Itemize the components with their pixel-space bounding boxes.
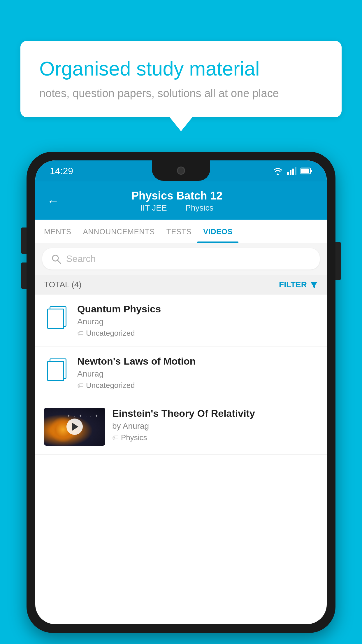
svg-rect-1	[290, 170, 291, 175]
filter-bar: TOTAL (4) FILTER	[35, 275, 327, 295]
bubble-title: Organised study material	[39, 57, 323, 81]
svg-rect-0	[287, 172, 289, 175]
search-icon	[51, 254, 61, 264]
tag-icon: 🏷	[77, 330, 84, 337]
tab-videos[interactable]: VIDEOS	[197, 220, 238, 243]
video-title: Quantum Physics	[77, 303, 318, 315]
tab-tests[interactable]: TESTS	[161, 220, 197, 243]
status-time: 14:29	[50, 166, 73, 176]
wifi-icon	[273, 167, 283, 175]
tabs-bar: MENTS ANNOUNCEMENTS TESTS VIDEOS	[35, 220, 327, 243]
svg-marker-9	[310, 282, 317, 288]
video-tag: 🏷 Uncategorized	[77, 329, 318, 338]
search-placeholder[interactable]: Search	[66, 253, 311, 264]
header-title-area: Physics Batch 12 IIT JEE Physics	[68, 190, 286, 213]
tab-announcements[interactable]: ANNOUNCEMENTS	[77, 220, 161, 243]
video-tag: 🏷 Physics	[112, 433, 318, 442]
tag-icon: 🏷	[112, 434, 119, 442]
subtitle-physics: Physics	[185, 203, 213, 212]
speech-bubble-card: Organised study material notes, question…	[20, 41, 342, 117]
batch-title: Physics Batch 12	[68, 190, 286, 202]
subtitle-separator	[175, 203, 180, 212]
search-container: Search	[35, 243, 327, 275]
file-icon	[47, 306, 67, 330]
video-thumbnail	[44, 408, 105, 446]
signal-icon	[287, 167, 296, 175]
total-count: TOTAL (4)	[44, 280, 82, 289]
file-icon-container	[44, 356, 70, 385]
volume-down-button	[21, 262, 27, 289]
video-author: by Anurag	[112, 421, 318, 431]
svg-rect-2	[292, 169, 294, 175]
video-info: Newton's Laws of Motion Anurag 🏷 Uncateg…	[77, 356, 318, 390]
video-info: Quantum Physics Anurag 🏷 Uncategorized	[77, 303, 318, 338]
search-bar[interactable]: Search	[42, 248, 320, 270]
file-icon-container	[44, 303, 70, 332]
subtitle-iitjee: IIT JEE	[140, 203, 167, 212]
front-camera	[177, 167, 185, 175]
volume-up-button	[21, 228, 27, 254]
filter-label: FILTER	[279, 280, 307, 289]
battery-icon	[301, 167, 312, 174]
svg-rect-3	[295, 167, 296, 175]
svg-line-8	[58, 260, 61, 263]
bubble-subtitle: notes, question papers, solutions all at…	[39, 87, 323, 100]
list-item[interactable]: Einstein's Theory Of Relativity by Anura…	[35, 399, 327, 455]
video-tag: 🏷 Uncategorized	[77, 381, 318, 390]
phone-mockup: 14:29	[27, 152, 335, 633]
video-title: Newton's Laws of Motion	[77, 356, 318, 367]
file-icon-front	[47, 309, 64, 329]
batch-subtitle: IIT JEE Physics	[68, 203, 286, 213]
play-button[interactable]	[66, 419, 83, 435]
play-triangle-icon	[72, 423, 78, 431]
file-icon-front	[47, 361, 64, 381]
filter-icon	[310, 281, 318, 289]
svg-rect-5	[310, 170, 312, 172]
tag-label: Uncategorized	[86, 381, 135, 390]
thumbnail-background	[44, 408, 105, 446]
back-button[interactable]: ←	[47, 195, 59, 207]
list-item[interactable]: Newton's Laws of Motion Anurag 🏷 Uncateg…	[35, 347, 327, 399]
phone-frame: 14:29	[27, 152, 335, 633]
video-list: Quantum Physics Anurag 🏷 Uncategorized	[35, 295, 327, 455]
video-title: Einstein's Theory Of Relativity	[112, 408, 318, 419]
video-author: Anurag	[77, 317, 318, 326]
tag-label: Physics	[121, 433, 147, 442]
list-item[interactable]: Quantum Physics Anurag 🏷 Uncategorized	[35, 295, 327, 347]
file-icon	[47, 358, 67, 382]
video-author: Anurag	[77, 369, 318, 379]
app-header: ← Physics Batch 12 IIT JEE Physics	[35, 181, 327, 220]
tag-label: Uncategorized	[86, 329, 135, 338]
tag-icon: 🏷	[77, 382, 84, 389]
power-button	[335, 242, 341, 280]
status-icons	[273, 167, 312, 175]
video-info: Einstein's Theory Of Relativity by Anura…	[112, 408, 318, 442]
phone-screen: 14:29	[35, 160, 327, 624]
phone-notch	[152, 160, 210, 181]
tab-ments[interactable]: MENTS	[38, 220, 77, 243]
svg-rect-6	[301, 169, 309, 173]
filter-button[interactable]: FILTER	[279, 280, 318, 289]
